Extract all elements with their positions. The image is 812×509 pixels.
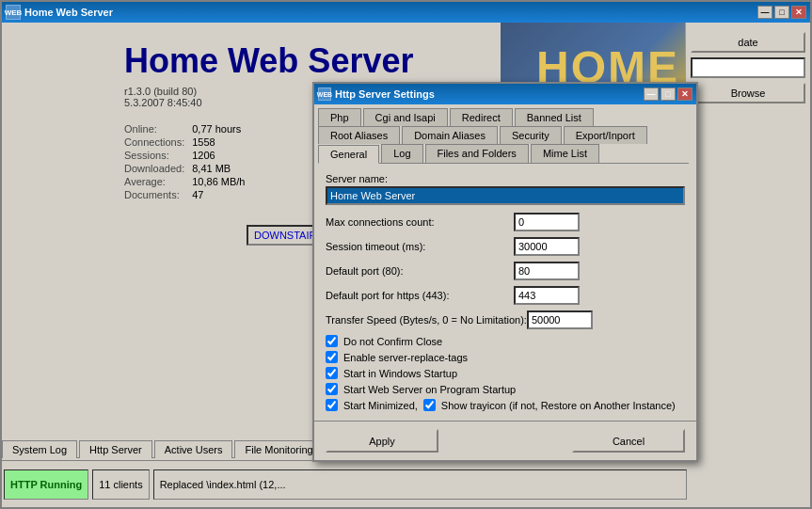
start-minimized-label: Start Minimized, [343, 400, 418, 411]
dialog-tab-row-2: Root Aliases Domain Aliases Security Exp… [318, 126, 693, 144]
windows-startup-checkbox[interactable] [326, 367, 338, 379]
windows-startup-row: Start in Windows Startup [326, 367, 685, 379]
windows-startup-label: Start in Windows Startup [343, 368, 457, 379]
session-timeout-label: Session timeout (ms): [326, 241, 514, 252]
dialog-content: Server name: Max connections count: Sess… [314, 164, 696, 421]
dialog-tabs: Php Cgi and Isapi Redirect Banned List R… [314, 104, 696, 164]
server-name-input[interactable] [326, 186, 685, 205]
session-timeout-row: Session timeout (ms): [326, 237, 685, 256]
dialog-window-controls: — □ ✕ [644, 87, 693, 101]
confirm-close-row: Do not Confirm Close [326, 335, 685, 347]
tab-php[interactable]: Php [318, 108, 361, 126]
tab-general[interactable]: General [318, 145, 379, 164]
show-trayicon-label: Show trayicon (if not, Restore on Anothe… [441, 400, 676, 411]
https-port-input[interactable] [514, 286, 580, 305]
tab-domain-aliases[interactable]: Domain Aliases [402, 126, 498, 144]
apply-button[interactable]: Apply [326, 429, 438, 453]
dialog-title-text: Http Server Settings [335, 88, 644, 100]
cancel-button[interactable]: Cancel [572, 429, 685, 453]
tab-mime-list[interactable]: Mime List [531, 144, 599, 163]
tab-redirect[interactable]: Redirect [450, 108, 513, 126]
program-startup-row: Start Web Server on Program Startup [326, 383, 685, 395]
server-name-section: Server name: [326, 173, 685, 205]
tab-banned-list[interactable]: Banned List [515, 108, 594, 126]
modal-overlay: WEB Http Server Settings — □ ✕ Php Cgi a… [2, 2, 810, 507]
tab-export-inport[interactable]: Export/Inport [564, 126, 647, 144]
dialog-close-btn[interactable]: ✕ [677, 87, 693, 101]
tab-files-folders[interactable]: Files and Folders [425, 144, 529, 163]
confirm-close-checkbox[interactable] [326, 335, 338, 347]
max-connections-input[interactable] [514, 213, 580, 231]
session-timeout-input[interactable] [514, 237, 580, 256]
confirm-close-label: Do not Confirm Close [343, 336, 442, 347]
server-name-label: Server name: [326, 173, 685, 184]
replace-tags-checkbox[interactable] [326, 351, 338, 363]
dialog-maximize-btn[interactable]: □ [661, 87, 676, 101]
dialog-tab-row-1: Php Cgi and Isapi Redirect Banned List [318, 108, 693, 126]
replace-tags-row: Enable server-replace-tags [326, 351, 685, 363]
dialog-minimize-btn[interactable]: — [644, 87, 659, 101]
https-port-row: Default port for https (443): [326, 286, 685, 305]
inline-checkbox-row: Start Minimized, Show trayicon (if not, … [326, 399, 685, 411]
transfer-speed-input[interactable] [527, 310, 593, 329]
program-startup-label: Start Web Server on Program Startup [343, 384, 516, 395]
dialog-title-icon: WEB [318, 87, 331, 101]
tab-cgi-isapi[interactable]: Cgi and Isapi [363, 108, 448, 126]
program-startup-checkbox[interactable] [326, 383, 338, 395]
max-connections-row: Max connections count: [326, 213, 685, 231]
default-port-row: Default port (80): [326, 262, 685, 280]
transfer-speed-row: Transfer Speed (Bytes/s, 0 = No Limitati… [326, 310, 685, 329]
settings-dialog: WEB Http Server Settings — □ ✕ Php Cgi a… [312, 82, 698, 462]
tab-root-aliases[interactable]: Root Aliases [318, 126, 400, 144]
start-minimized-checkbox[interactable] [326, 399, 338, 411]
default-port-input[interactable] [514, 262, 580, 280]
replace-tags-label: Enable server-replace-tags [343, 352, 468, 363]
tab-security[interactable]: Security [500, 126, 562, 144]
https-port-label: Default port for https (443): [326, 290, 514, 301]
dialog-title-bar: WEB Http Server Settings — □ ✕ [314, 84, 696, 104]
transfer-speed-label: Transfer Speed (Bytes/s, 0 = No Limitati… [326, 314, 527, 326]
tab-log[interactable]: Log [381, 144, 422, 163]
default-port-label: Default port (80): [326, 265, 514, 277]
dialog-tab-row-3: General Log Files and Folders Mime List [318, 144, 693, 163]
main-window: WEB Home Web Server — □ ✕ HOME eries Hom… [0, 0, 812, 509]
show-trayicon-checkbox[interactable] [423, 399, 436, 411]
dialog-buttons: Apply Cancel [314, 421, 696, 460]
max-connections-label: Max connections count: [326, 216, 514, 228]
